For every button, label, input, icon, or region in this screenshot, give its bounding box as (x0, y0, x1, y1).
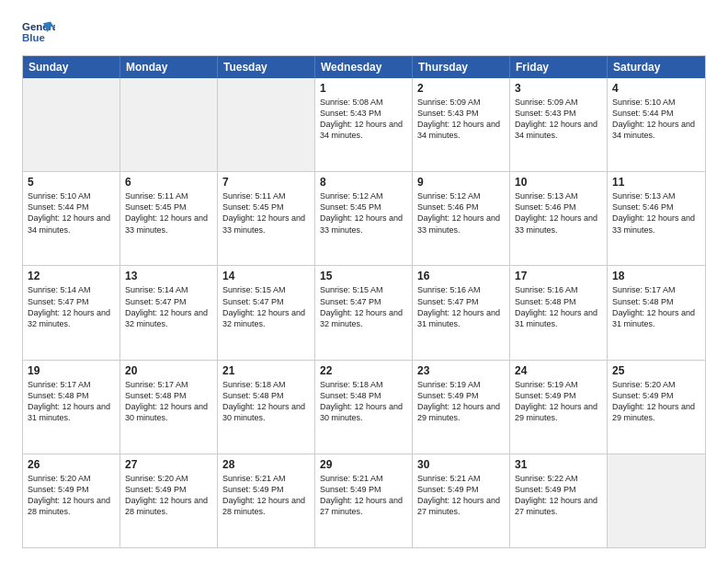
cell-w1-d3: 8Sunrise: 5:12 AM Sunset: 5:45 PM Daylig… (315, 172, 413, 265)
cell-day-number: 16 (417, 270, 505, 282)
cell-day-number: 25 (612, 364, 700, 377)
cell-info: Sunrise: 5:13 AM Sunset: 5:46 PM Dayligh… (612, 190, 700, 236)
cell-day-number: 28 (222, 458, 310, 471)
cell-w3-d6: 25Sunrise: 5:20 AM Sunset: 5:49 PM Dayli… (608, 361, 705, 454)
svg-text:Blue: Blue (22, 32, 45, 43)
cell-info: Sunrise: 5:12 AM Sunset: 5:46 PM Dayligh… (417, 190, 505, 236)
week-row-3: 19Sunrise: 5:17 AM Sunset: 5:48 PM Dayli… (23, 360, 705, 454)
cell-day-number: 12 (28, 270, 115, 282)
cell-info: Sunrise: 5:09 AM Sunset: 5:43 PM Dayligh… (515, 97, 602, 142)
cell-day-number: 29 (320, 458, 407, 471)
cell-day-number: 15 (320, 270, 407, 282)
cell-info: Sunrise: 5:10 AM Sunset: 5:44 PM Dayligh… (612, 97, 700, 142)
week-row-4: 26Sunrise: 5:20 AM Sunset: 5:49 PM Dayli… (23, 454, 705, 547)
cell-day-number: 24 (515, 364, 602, 377)
cell-w4-d6 (608, 454, 705, 547)
cell-w3-d3: 22Sunrise: 5:18 AM Sunset: 5:48 PM Dayli… (315, 361, 413, 454)
cell-w1-d5: 10Sunrise: 5:13 AM Sunset: 5:46 PM Dayli… (510, 172, 608, 265)
cell-day-number: 23 (417, 364, 505, 377)
cell-info: Sunrise: 5:15 AM Sunset: 5:47 PM Dayligh… (320, 284, 407, 329)
cell-day-number: 21 (222, 364, 310, 377)
page: General Blue SundayMondayTuesdayWednesda… (0, 0, 728, 563)
day-header-tuesday: Tuesday (218, 56, 315, 78)
cell-day-number: 8 (320, 176, 407, 189)
cell-w0-d4: 2Sunrise: 5:09 AM Sunset: 5:43 PM Daylig… (413, 78, 510, 171)
cell-day-number: 9 (417, 176, 505, 189)
week-row-1: 5Sunrise: 5:10 AM Sunset: 5:44 PM Daylig… (23, 171, 705, 265)
cell-info: Sunrise: 5:19 AM Sunset: 5:49 PM Dayligh… (417, 379, 505, 424)
week-row-2: 12Sunrise: 5:14 AM Sunset: 5:47 PM Dayli… (23, 265, 705, 359)
cell-w4-d1: 27Sunrise: 5:20 AM Sunset: 5:49 PM Dayli… (120, 454, 218, 547)
cell-info: Sunrise: 5:18 AM Sunset: 5:48 PM Dayligh… (320, 379, 407, 424)
cell-day-number: 14 (222, 270, 310, 282)
cell-info: Sunrise: 5:11 AM Sunset: 5:45 PM Dayligh… (125, 190, 212, 236)
cell-day-number: 26 (28, 458, 115, 471)
weeks: 1Sunrise: 5:08 AM Sunset: 5:43 PM Daylig… (23, 78, 705, 547)
day-header-friday: Friday (510, 56, 608, 78)
cell-info: Sunrise: 5:20 AM Sunset: 5:49 PM Dayligh… (125, 473, 212, 518)
cell-w1-d2: 7Sunrise: 5:11 AM Sunset: 5:45 PM Daylig… (218, 172, 315, 265)
cell-day-number: 10 (515, 176, 602, 189)
cell-info: Sunrise: 5:16 AM Sunset: 5:47 PM Dayligh… (417, 284, 505, 329)
cell-day-number: 4 (612, 82, 700, 95)
logo-icon: General Blue (22, 18, 55, 46)
header: General Blue (22, 18, 706, 46)
cell-day-number: 20 (125, 364, 212, 377)
cell-w2-d2: 14Sunrise: 5:15 AM Sunset: 5:47 PM Dayli… (218, 266, 315, 359)
calendar: SundayMondayTuesdayWednesdayThursdayFrid… (22, 55, 706, 548)
cell-info: Sunrise: 5:20 AM Sunset: 5:49 PM Dayligh… (612, 379, 700, 424)
cell-day-number: 11 (612, 176, 700, 189)
cell-day-number: 19 (28, 364, 115, 377)
cell-day-number: 22 (320, 364, 407, 377)
cell-w3-d4: 23Sunrise: 5:19 AM Sunset: 5:49 PM Dayli… (413, 361, 510, 454)
cell-info: Sunrise: 5:22 AM Sunset: 5:49 PM Dayligh… (515, 473, 602, 518)
cell-w1-d4: 9Sunrise: 5:12 AM Sunset: 5:46 PM Daylig… (413, 172, 510, 265)
cell-info: Sunrise: 5:11 AM Sunset: 5:45 PM Dayligh… (222, 190, 310, 236)
cell-w0-d2 (218, 78, 315, 171)
cell-day-number: 1 (320, 82, 407, 95)
cell-info: Sunrise: 5:14 AM Sunset: 5:47 PM Dayligh… (125, 284, 212, 329)
cell-w2-d4: 16Sunrise: 5:16 AM Sunset: 5:47 PM Dayli… (413, 266, 510, 359)
cell-w0-d3: 1Sunrise: 5:08 AM Sunset: 5:43 PM Daylig… (315, 78, 413, 171)
cell-w4-d4: 30Sunrise: 5:21 AM Sunset: 5:49 PM Dayli… (413, 454, 510, 547)
cell-day-number: 3 (515, 82, 602, 95)
cell-day-number: 31 (515, 458, 602, 471)
cell-day-number: 6 (125, 176, 212, 189)
cell-info: Sunrise: 5:19 AM Sunset: 5:49 PM Dayligh… (515, 379, 602, 424)
cell-day-number: 7 (222, 176, 310, 189)
cell-info: Sunrise: 5:12 AM Sunset: 5:45 PM Dayligh… (320, 190, 407, 236)
cell-day-number: 2 (417, 82, 505, 95)
cell-w4-d3: 29Sunrise: 5:21 AM Sunset: 5:49 PM Dayli… (315, 454, 413, 547)
day-header-sunday: Sunday (23, 56, 120, 78)
cell-info: Sunrise: 5:14 AM Sunset: 5:47 PM Dayligh… (28, 284, 115, 329)
cell-day-number: 5 (28, 176, 115, 189)
cell-day-number: 27 (125, 458, 212, 471)
cell-w2-d5: 17Sunrise: 5:16 AM Sunset: 5:48 PM Dayli… (510, 266, 608, 359)
cell-w4-d5: 31Sunrise: 5:22 AM Sunset: 5:49 PM Dayli… (510, 454, 608, 547)
day-header-saturday: Saturday (608, 56, 705, 78)
cell-w3-d2: 21Sunrise: 5:18 AM Sunset: 5:48 PM Dayli… (218, 361, 315, 454)
cell-w3-d5: 24Sunrise: 5:19 AM Sunset: 5:49 PM Dayli… (510, 361, 608, 454)
cell-info: Sunrise: 5:20 AM Sunset: 5:49 PM Dayligh… (28, 473, 115, 518)
cell-w0-d0 (23, 78, 120, 171)
cell-w0-d1 (120, 78, 218, 171)
cell-info: Sunrise: 5:08 AM Sunset: 5:43 PM Dayligh… (320, 97, 407, 142)
day-header-monday: Monday (120, 56, 218, 78)
cell-w2-d0: 12Sunrise: 5:14 AM Sunset: 5:47 PM Dayli… (23, 266, 120, 359)
cell-w4-d0: 26Sunrise: 5:20 AM Sunset: 5:49 PM Dayli… (23, 454, 120, 547)
cell-w3-d0: 19Sunrise: 5:17 AM Sunset: 5:48 PM Dayli… (23, 361, 120, 454)
week-row-0: 1Sunrise: 5:08 AM Sunset: 5:43 PM Daylig… (23, 78, 705, 171)
cell-day-number: 13 (125, 270, 212, 282)
cell-info: Sunrise: 5:10 AM Sunset: 5:44 PM Dayligh… (28, 190, 115, 236)
cell-info: Sunrise: 5:17 AM Sunset: 5:48 PM Dayligh… (28, 379, 115, 424)
cell-w1-d6: 11Sunrise: 5:13 AM Sunset: 5:46 PM Dayli… (608, 172, 705, 265)
cell-w0-d5: 3Sunrise: 5:09 AM Sunset: 5:43 PM Daylig… (510, 78, 608, 171)
cell-info: Sunrise: 5:16 AM Sunset: 5:48 PM Dayligh… (515, 284, 602, 329)
cell-info: Sunrise: 5:21 AM Sunset: 5:49 PM Dayligh… (417, 473, 505, 518)
logo: General Blue (22, 18, 59, 46)
cell-w0-d6: 4Sunrise: 5:10 AM Sunset: 5:44 PM Daylig… (608, 78, 705, 171)
day-header-thursday: Thursday (413, 56, 510, 78)
cell-w2-d3: 15Sunrise: 5:15 AM Sunset: 5:47 PM Dayli… (315, 266, 413, 359)
cell-day-number: 18 (612, 270, 700, 282)
cell-info: Sunrise: 5:21 AM Sunset: 5:49 PM Dayligh… (320, 473, 407, 518)
